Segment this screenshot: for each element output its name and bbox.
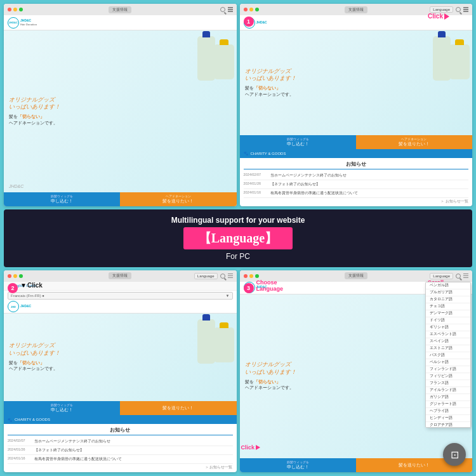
hamburger-q3[interactable]	[228, 274, 233, 279]
dropdown-item-11[interactable]: バスク語	[426, 352, 470, 359]
top-row: 支援情報 JHD&C JHD&CHair Donation オリジナルグッズいっ…	[4, 4, 472, 206]
nav-donate-q3[interactable]: 髪を送りたい！	[120, 401, 236, 415]
dropdown-item-21[interactable]: クロアチア語	[426, 422, 470, 428]
click3-label: Click	[241, 444, 261, 451]
hero-text-q2: オリジナルグッズいっぱいあります！ 髪を「切らない」ヘアドネーションです。	[240, 63, 301, 103]
url-q1: 支援情報	[109, 6, 131, 13]
search-icon-q4[interactable]	[456, 274, 461, 279]
dropdown-item-12[interactable]: ペルシャ語	[426, 359, 470, 366]
dropdown-item-5[interactable]: デンマーク語	[426, 310, 470, 317]
banner-main-text: 【Language】	[183, 227, 293, 249]
dot-red-q1	[8, 8, 11, 11]
search-icon-q1[interactable]	[220, 7, 225, 12]
dropdown-item-1[interactable]: ベンガル語	[426, 282, 470, 289]
fab-icon: ⊡	[451, 449, 459, 461]
bottle-tall-q1	[197, 36, 215, 81]
dropdown-item-3[interactable]: カタロニア語	[426, 296, 470, 303]
charity-bar-q3: 🐾 CHARITY & GOODS	[4, 415, 237, 424]
topright-q1	[220, 7, 233, 12]
logo-text-q2: JHD&C	[256, 21, 267, 25]
lang-dropdown-q4: ベンガル語 ブルガリア語 カタロニア語 チェコ語 デンマーク語 ドイツ語 ギリシ…	[425, 282, 471, 428]
nav-donate-main-q3: 髪を送りたい！	[162, 405, 194, 411]
hero-q3: オリジナルグッズいっぱいあります！ 髪を「切らない」ヘアドネーションです。	[4, 314, 237, 402]
nav-apply-q3[interactable]: 鉄髪ウィッグを 申し込む！	[4, 401, 120, 415]
q3-panel: 2 ▼ Click 支援情報 Language ＞ English Guide	[4, 270, 237, 473]
logo-text-q1: JHD&CHair Donation	[20, 19, 37, 26]
url-q3: 支援情報	[109, 272, 131, 279]
nav-donate-main-q2: 髪を送りたい！	[399, 141, 430, 147]
dropdown-item-20[interactable]: ヒンディー語	[426, 415, 470, 422]
news-more-q2[interactable]: ＞ お知らせ一覧	[244, 199, 469, 204]
nav-donate-q1[interactable]: ヘアドネーション 髪を送りたい！	[120, 192, 236, 206]
dropdown-item-8[interactable]: エスペラント語	[426, 331, 470, 338]
nav-q2: 鉄髪ウィッグを 申し込む！ ヘアドネーション 髪を送りたい！	[240, 135, 473, 149]
dropdown-item-14[interactable]: フィリピン語	[426, 373, 470, 380]
dropdown-item-18[interactable]: グジャラート語	[426, 401, 470, 408]
q2-panel: 1 Click 支援情報 Language JHD J	[240, 4, 473, 206]
charity-bar-q2: 🐾 CHARITY & GOODS	[240, 149, 473, 158]
nav-q3: 鉄髪ウィッグを 申し込む！ 髪を送りたい！	[4, 401, 237, 415]
charity-icon-q3: 🐾	[8, 418, 12, 422]
dropdown-item-17[interactable]: ガリシア語	[426, 394, 470, 401]
news-q2: お知らせ 2024/02/07 当ホームページメンテナンス終了のお知らせ 202…	[240, 158, 473, 206]
news-item-q3-1: 2024/02/07 当ホームページメンテナンス終了のお知らせ	[8, 437, 233, 446]
logo-icon-q3: JHD	[8, 301, 19, 312]
click-arrow-q2	[444, 13, 449, 20]
dropdown-item-2[interactable]: ブルガリア語	[426, 289, 470, 296]
bottles-q3	[193, 316, 234, 367]
dropdown-item-16[interactable]: アイルランド語	[426, 387, 470, 394]
hamburger-q1[interactable]	[228, 7, 233, 12]
dropdown-item-19[interactable]: ヘブライ語	[426, 408, 470, 415]
bottle-short-q3	[214, 327, 234, 362]
dropdown-item-15[interactable]: フランス語	[426, 380, 470, 387]
dropdown-item-6[interactable]: ドイツ語	[426, 317, 470, 324]
dropdown-item-10[interactable]: エストニア語	[426, 345, 470, 352]
nav-apply-q1[interactable]: 鉄髪ウィッグを 申し込む！	[4, 192, 120, 206]
nav-donate-main-q1: 髪を送りたい！	[162, 198, 194, 204]
hero-subtitle-q3: 髪を「切らない」ヘアドネーションです。	[9, 360, 60, 373]
news-item-q2-1: 2024/02/07 当ホームページメンテナンス終了のお知らせ	[244, 171, 469, 180]
news-more-q3[interactable]: ＞ お知らせ一覧	[8, 465, 233, 470]
dropdown-item-9[interactable]: スペイン語	[426, 338, 470, 345]
charity-icon-q2: 🐾	[244, 151, 248, 155]
hero-title-q3: オリジナルグッズいっぱいあります！	[9, 342, 60, 357]
news-title-q3: お知らせ	[8, 426, 233, 435]
q1-panel: 支援情報 JHD&C JHD&CHair Donation オリジナルグッズいっ…	[4, 4, 237, 206]
dropdown-item-7[interactable]: ギリシャ語	[426, 324, 470, 331]
bottom-row: 2 ▼ Click 支援情報 Language ＞ English Guide	[4, 270, 472, 473]
dropdown-q3[interactable]: Francais (Frn-FR) ● ▼	[8, 292, 233, 300]
hero-title-q1: オリジナルグッズいっぱいあります！	[9, 96, 60, 111]
logo-q1: JHD&C JHD&CHair Donation	[8, 17, 37, 29]
dropdown-arrow-q3: ▼	[226, 294, 230, 298]
nav-donate-small-q1: ヘアドネーション	[162, 194, 194, 198]
nav-donate-small-q2: ヘアドネーション	[399, 137, 430, 141]
dot-green-q3	[19, 274, 23, 278]
hero-title-q4: オリジナルグッズいっぱいあります！	[245, 361, 296, 376]
hamburger-q2[interactable]	[463, 7, 468, 12]
hero-title-q2: オリジナルグッズいっぱいあります！	[245, 68, 296, 83]
dot-yellow-q3	[13, 274, 17, 278]
dot-green-q4	[255, 274, 259, 278]
hamburger-q4[interactable]	[463, 274, 468, 279]
news-item-q2-3: 2024/01/16 有馬冬質管半身病管の準拠に適う配送状況について	[244, 189, 469, 198]
topright-q4: Language	[430, 273, 468, 279]
bottle-tall-q2	[433, 36, 451, 81]
lang-btn-q3[interactable]: Language	[194, 273, 218, 279]
dropdown-item-13[interactable]: フィンランド語	[426, 366, 470, 373]
fab-button[interactable]: ⊡	[443, 443, 466, 466]
dot-red-q2	[244, 8, 248, 11]
click2-label: ▼ Click	[20, 282, 43, 289]
nav-apply-main-q1: 申し込む！	[51, 198, 73, 204]
lang-btn-q2[interactable]: Language	[430, 6, 453, 13]
search-icon-q3[interactable]	[220, 274, 225, 279]
nav-apply-q4[interactable]: 鉄髪ウィッグを 申し込む！	[240, 458, 356, 472]
banner-subtitle: Multilingual support for your website	[17, 216, 459, 225]
search-icon-q2[interactable]	[456, 7, 461, 12]
site-header-q1: JHD&C JHD&CHair Donation	[4, 15, 237, 30]
dropdown-item-4[interactable]: チェコ語	[426, 303, 470, 310]
nav-donate-q2[interactable]: ヘアドネーション 髪を送りたい！	[356, 135, 472, 149]
bottles-q2	[428, 33, 470, 87]
nav-apply-q2[interactable]: 鉄髪ウィッグを 申し込む！	[240, 135, 356, 149]
lang-btn-q4[interactable]: Language	[430, 273, 453, 279]
hero-q2: オリジナルグッズいっぱいあります！ 髪を「切らない」ヘアドネーションです。	[240, 30, 473, 135]
